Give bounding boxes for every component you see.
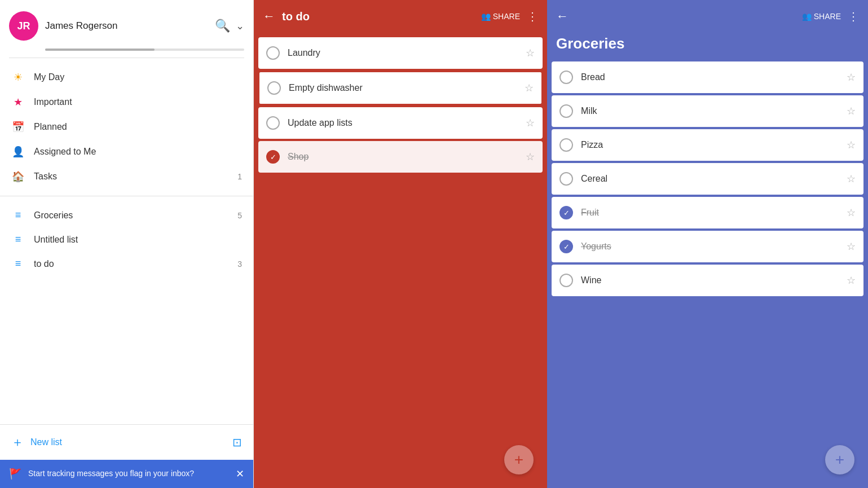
nav-label-my-day: My Day: [34, 72, 242, 82]
grocery-star-milk[interactable]: ☆: [847, 105, 856, 117]
grocery-circle-wine[interactable]: [559, 274, 573, 287]
person-icon: 👤: [11, 146, 25, 158]
nav-label-planned: Planned: [34, 122, 242, 132]
task-text-update: Update app lists: [288, 118, 518, 128]
task-star-laundry[interactable]: ☆: [526, 47, 535, 59]
todo-more-button[interactable]: ⋮: [527, 10, 538, 23]
task-text-laundry: Laundry: [288, 48, 518, 58]
add-task-button[interactable]: +: [504, 445, 534, 474]
grocery-item-pizza[interactable]: Pizza ☆: [552, 129, 863, 161]
nav-label-todo: to do: [34, 259, 228, 269]
grocery-circle-pizza[interactable]: [559, 138, 573, 152]
task-item-shop[interactable]: ✓ Shop ☆: [258, 141, 543, 173]
tasks-count: 1: [237, 172, 242, 181]
todo-share-button[interactable]: 👥 SHARE: [481, 12, 520, 21]
sidebar-item-important[interactable]: ★ Important: [0, 90, 253, 115]
todo-count: 3: [237, 260, 242, 269]
task-circle-laundry[interactable]: [266, 46, 280, 60]
task-item-dishwasher[interactable]: Empty dishwasher ☆: [258, 71, 543, 105]
list-icon-todo: ≡: [11, 258, 25, 270]
avatar[interactable]: JR: [9, 11, 38, 41]
sidebar-footer: ＋ New list ⊡ 🚩 Start tracking messages y…: [0, 424, 253, 488]
grocery-item-bread[interactable]: Bread ☆: [552, 61, 863, 93]
grocery-text-milk: Milk: [581, 106, 839, 116]
new-group-icon[interactable]: ⊡: [232, 436, 242, 449]
grocery-star-wine[interactable]: ☆: [847, 274, 856, 287]
sidebar-item-assigned[interactable]: 👤 Assigned to Me: [0, 139, 253, 164]
sidebar-item-tasks[interactable]: 🏠 Tasks 1: [0, 164, 253, 189]
sidebar-item-my-day[interactable]: ☀ My Day: [0, 65, 253, 90]
sidebar-item-todo[interactable]: ≡ to do 3: [0, 252, 253, 276]
list-section: ≡ Groceries 5 ≡ Untitled list ≡ to do 3: [0, 199, 253, 280]
notification-close-button[interactable]: ✕: [236, 468, 244, 480]
grocery-text-fruit: Fruit: [581, 208, 839, 218]
task-star-shop[interactable]: ☆: [526, 151, 535, 163]
groceries-panel-header: ← 👥 SHARE ⋮: [547, 0, 868, 33]
grocery-circle-cereal[interactable]: [559, 172, 573, 186]
plus-icon: ＋: [11, 434, 24, 451]
notification-text: Start tracking messages you flag in your…: [28, 468, 229, 480]
groceries-share-label: SHARE: [814, 12, 841, 21]
chevron-down-button[interactable]: ⌄: [236, 20, 244, 32]
grocery-circle-bread[interactable]: [559, 71, 573, 84]
grocery-star-fruit[interactable]: ☆: [847, 206, 856, 219]
sidebar-item-untitled[interactable]: ≡ Untitled list: [0, 227, 253, 252]
grocery-list: Bread ☆ Milk ☆ Pizza ☆ Cereal ☆ ✓ Fruit …: [547, 61, 868, 296]
grocery-text-cereal: Cereal: [581, 174, 839, 184]
grocery-star-yogurts[interactable]: ☆: [847, 240, 856, 253]
todo-panel-header: ← to do 👥 SHARE ⋮: [254, 0, 547, 33]
user-name: James Rogerson: [45, 20, 118, 32]
sidebar-item-groceries[interactable]: ≡ Groceries 5: [0, 203, 253, 227]
sidebar-item-planned[interactable]: 📅 Planned: [0, 115, 253, 139]
grocery-text-bread: Bread: [581, 72, 839, 82]
task-circle-dishwasher[interactable]: [267, 81, 281, 95]
new-list-button[interactable]: ＋ New list ⊡: [0, 425, 253, 460]
task-circle-shop[interactable]: ✓: [266, 150, 280, 164]
notification-bar: 🚩 Start tracking messages you flag in yo…: [0, 460, 253, 488]
add-grocery-button[interactable]: +: [825, 445, 854, 474]
groceries-more-button[interactable]: ⋮: [848, 10, 859, 23]
house-icon: 🏠: [11, 170, 25, 183]
grocery-circle-yogurts[interactable]: ✓: [559, 240, 573, 253]
task-text-shop: Shop: [288, 152, 518, 162]
grocery-circle-milk[interactable]: [559, 104, 573, 118]
grocery-item-milk[interactable]: Milk ☆: [552, 95, 863, 127]
sidebar-divider-top: [9, 58, 244, 58]
grocery-item-yogurts[interactable]: ✓ Yogurts ☆: [552, 231, 863, 262]
grocery-star-pizza[interactable]: ☆: [847, 139, 856, 151]
task-star-dishwasher[interactable]: ☆: [525, 82, 534, 94]
grocery-star-cereal[interactable]: ☆: [847, 173, 856, 185]
groceries-share-icon: 👥: [802, 12, 812, 21]
user-info: JR James Rogerson: [9, 11, 118, 41]
new-list-label: New list: [30, 437, 226, 447]
task-item-update[interactable]: Update app lists ☆: [258, 107, 543, 139]
grocery-text-yogurts: Yogurts: [581, 241, 839, 252]
grocery-text-pizza: Pizza: [581, 140, 839, 150]
nav-label-assigned: Assigned to Me: [34, 147, 242, 157]
sidebar-header: JR James Rogerson 🔍 ⌄: [0, 0, 253, 46]
user-progress: [45, 49, 244, 51]
share-label: SHARE: [493, 12, 520, 21]
task-star-update[interactable]: ☆: [526, 117, 535, 129]
groceries-panel: ← 👥 SHARE ⋮ Groceries Bread ☆ Milk ☆ Piz…: [547, 0, 868, 488]
groceries-share-button[interactable]: 👥 SHARE: [802, 12, 841, 21]
search-button[interactable]: 🔍: [215, 19, 230, 33]
list-icon-groceries: ≡: [11, 209, 25, 221]
nav-label-groceries: Groceries: [34, 210, 228, 221]
todo-back-button[interactable]: ←: [263, 9, 275, 24]
task-circle-update[interactable]: [266, 116, 280, 130]
todo-panel: ← to do 👥 SHARE ⋮ Laundry ☆ Empty dishwa…: [254, 0, 547, 488]
share-icon: 👥: [481, 12, 491, 21]
grocery-star-bread[interactable]: ☆: [847, 71, 856, 83]
star-icon: ★: [11, 96, 25, 108]
flag-icon: 🚩: [9, 468, 21, 480]
groceries-back-button[interactable]: ←: [556, 9, 569, 24]
list-icon-untitled: ≡: [11, 234, 25, 245]
nav-label-tasks: Tasks: [34, 172, 228, 182]
task-item-laundry[interactable]: Laundry ☆: [258, 37, 543, 69]
calendar-icon: 📅: [11, 121, 25, 133]
grocery-circle-fruit[interactable]: ✓: [559, 206, 573, 219]
grocery-item-fruit[interactable]: ✓ Fruit ☆: [552, 197, 863, 228]
grocery-item-cereal[interactable]: Cereal ☆: [552, 163, 863, 195]
grocery-item-wine[interactable]: Wine ☆: [552, 265, 863, 296]
